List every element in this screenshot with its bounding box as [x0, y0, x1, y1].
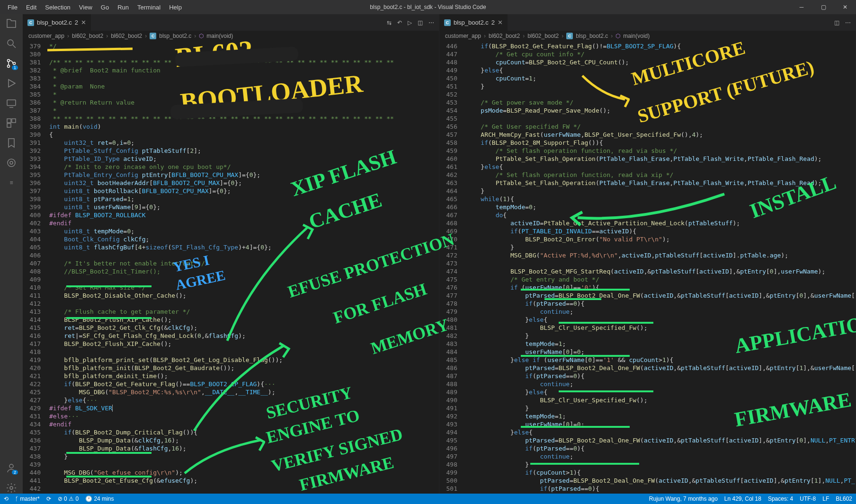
maximize-button[interactable]: ▢ — [812, 0, 834, 14]
bc-seg[interactable]: main(void) — [206, 33, 233, 39]
function-icon: ⬡ — [615, 33, 620, 39]
svg-rect-6 — [12, 119, 16, 123]
window-title: blsp_boot2.c - bl_iot_sdk - Visual Studi… — [370, 4, 486, 10]
editor-group-right: C blsp_boot2.c 2 ✕ ◫ ⋯ customer_app› bl6… — [439, 14, 856, 494]
menu-go[interactable]: Go — [97, 2, 113, 13]
branch-indicator[interactable]: ᚶ master* — [15, 495, 40, 502]
target-icon[interactable] — [6, 157, 17, 168]
code-area-right[interactable]: 4464474484494504514524534544554564574584… — [439, 41, 856, 494]
gear-icon[interactable] — [6, 482, 17, 494]
bookmark-icon[interactable] — [6, 137, 17, 149]
editor-actions: ⇆ ↶ ▷ ◫ ⋯ — [387, 14, 439, 31]
menu-selection[interactable]: Selection — [41, 2, 74, 13]
breadcrumb-right[interactable]: customer_app› bl602_boot2› bl602_boot2› … — [439, 31, 856, 41]
code-text[interactable]: if(BLSP_Boot2_Get_Feature_Flag()!=BLSP_B… — [466, 41, 856, 494]
function-icon: ⬡ — [199, 33, 204, 39]
editor-area: C blsp_boot2.c 2 ✕ ⇆ ↶ ▷ ◫ ⋯ customer_ap… — [23, 14, 856, 494]
search-icon[interactable] — [6, 38, 17, 49]
cursor-position[interactable]: Ln 429, Col 18 — [724, 495, 761, 502]
activity-bar: 1 ≡ 2 — [0, 14, 23, 494]
close-window-button[interactable]: ✕ — [834, 0, 856, 14]
code-area-left[interactable]: 3793803813823833843853863873883893903913… — [23, 41, 439, 494]
account-badge: 2 — [12, 470, 18, 475]
c-file-icon: C — [444, 19, 451, 26]
editor-tab[interactable]: C blsp_boot2.c 2 ✕ — [23, 14, 91, 31]
c-file-icon: C — [150, 33, 156, 39]
revert-icon[interactable]: ↶ — [397, 19, 402, 26]
git-author[interactable]: Rujun Wang, 7 months ago — [649, 495, 718, 502]
svg-rect-4 — [7, 100, 16, 106]
explorer-icon[interactable] — [6, 18, 17, 29]
tab-label: blsp_boot2.c — [37, 19, 72, 26]
encoding-indicator[interactable]: UTF-8 — [800, 495, 816, 502]
debug-icon[interactable] — [6, 78, 17, 89]
more-icon[interactable]: ⋯ — [845, 19, 851, 26]
editor-tab[interactable]: C blsp_boot2.c 2 ✕ — [439, 14, 508, 31]
editor-group-left: C blsp_boot2.c 2 ✕ ⇆ ↶ ▷ ◫ ⋯ customer_ap… — [23, 14, 439, 494]
remote-icon[interactable] — [6, 97, 17, 109]
indent-indicator[interactable]: Spaces: 4 — [768, 495, 793, 502]
bc-seg[interactable]: customer_app — [28, 33, 64, 39]
split-icon[interactable]: ◫ — [834, 19, 839, 26]
svg-point-9 — [10, 161, 13, 164]
tab-label: blsp_boot2.c — [454, 19, 489, 26]
errors-indicator[interactable]: ⊘ 0 ⚠ 0 — [58, 495, 79, 502]
editor-actions: ◫ ⋯ — [834, 14, 856, 31]
breadcrumb-left[interactable]: customer_app› bl602_boot2› bl602_boot2› … — [23, 31, 439, 41]
menubar: File Edit Selection View Go Run Terminal… — [4, 2, 186, 13]
svg-point-1 — [8, 60, 10, 62]
menu-view[interactable]: View — [75, 2, 96, 13]
bc-seg[interactable]: customer_app — [445, 33, 481, 39]
remote-indicator[interactable]: ⟲ — [4, 495, 9, 502]
c-file-icon: C — [27, 19, 34, 26]
tabbar-right: C blsp_boot2.c 2 ✕ ◫ ⋯ — [439, 14, 856, 31]
more-icon[interactable]: ⋯ — [428, 19, 434, 26]
git-compare-icon[interactable]: ⇆ — [387, 19, 392, 26]
scm-icon[interactable]: 1 — [6, 58, 17, 69]
bc-seg[interactable]: main(void) — [623, 33, 650, 39]
eol-indicator[interactable]: LF — [822, 495, 829, 502]
svg-point-8 — [8, 159, 15, 167]
svg-point-2 — [8, 65, 10, 68]
menu-run[interactable]: Run — [114, 2, 133, 13]
bc-seg[interactable]: bl602_boot2 — [489, 33, 520, 39]
account-icon[interactable]: 2 — [6, 462, 17, 474]
bc-seg[interactable]: bl602_boot2 — [72, 33, 103, 39]
menu-terminal[interactable]: Terminal — [134, 2, 164, 13]
tabbar-left: C blsp_boot2.c 2 ✕ ⇆ ↶ ▷ ◫ ⋯ — [23, 14, 439, 31]
menu-file[interactable]: File — [4, 2, 21, 13]
sync-indicator[interactable]: ⟳ — [46, 495, 51, 502]
svg-point-10 — [9, 464, 13, 468]
tab-dirty-count: 2 — [491, 19, 495, 26]
time-indicator[interactable]: 🕐 24 mins — [85, 495, 114, 502]
gutter: 4464474484494504514524534544554564574584… — [439, 41, 466, 494]
menu-help[interactable]: Help — [165, 2, 186, 13]
bc-seg[interactable]: bl602_boot2 — [527, 33, 559, 39]
titlebar: File Edit Selection View Go Run Terminal… — [0, 0, 856, 14]
minimize-button[interactable]: ─ — [791, 0, 812, 14]
svg-point-3 — [13, 62, 16, 65]
extensions-icon[interactable] — [6, 117, 17, 129]
bc-seg[interactable]: blsp_boot2.c — [576, 33, 608, 39]
svg-point-0 — [8, 40, 13, 45]
run-icon[interactable]: ▷ — [408, 19, 412, 26]
code-text[interactable]: */ /** ** ** ** ** ** ** ** ** ** ** ** … — [49, 41, 439, 494]
menu-edit[interactable]: Edit — [22, 2, 40, 13]
close-tab-icon[interactable]: ✕ — [81, 19, 86, 26]
statusbar: ⟲ ᚶ master* ⟳ ⊘ 0 ⚠ 0 🕐 24 mins Rujun Wa… — [0, 494, 856, 504]
window-controls: ─ ▢ ✕ — [791, 0, 856, 14]
list-icon[interactable]: ≡ — [6, 177, 17, 188]
svg-point-11 — [10, 486, 13, 489]
svg-rect-5 — [7, 119, 11, 123]
bc-seg[interactable]: blsp_boot2.c — [159, 33, 191, 39]
scm-badge: 1 — [12, 65, 18, 70]
split-icon[interactable]: ◫ — [418, 19, 423, 26]
lang-indicator[interactable]: BL602 — [836, 495, 852, 502]
c-file-icon: C — [566, 33, 573, 39]
close-tab-icon[interactable]: ✕ — [498, 19, 503, 26]
tab-dirty-count: 2 — [75, 19, 78, 26]
svg-rect-7 — [7, 124, 11, 127]
bc-seg[interactable]: bl602_boot2 — [111, 33, 142, 39]
gutter: 3793803813823833843853863873883893903913… — [23, 41, 49, 494]
